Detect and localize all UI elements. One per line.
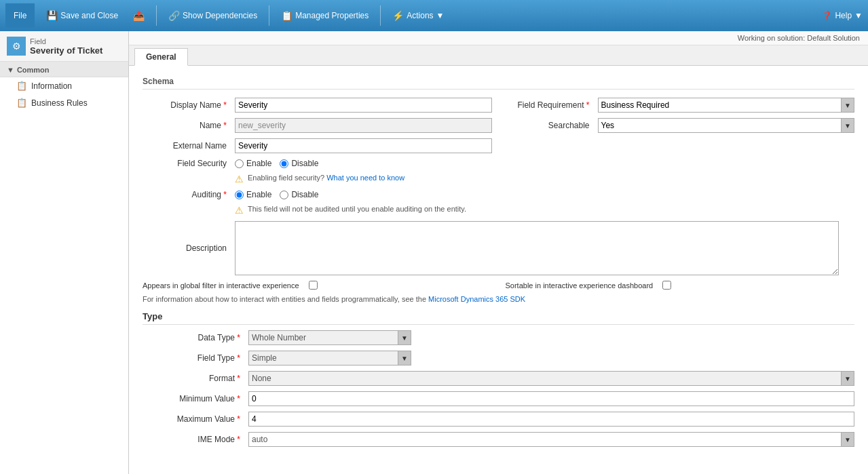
auditing-cell: Auditing * Enable Disable (143, 190, 854, 199)
field-security-enable-radio[interactable] (235, 159, 244, 168)
checkboxes-row: Appears in global filter in interactive … (143, 281, 854, 290)
field-req-required-star: * (586, 100, 590, 110)
managed-properties-button[interactable]: 📋 Managed Properties (275, 5, 375, 26)
field-security-warning-link[interactable]: What you need to know (326, 174, 404, 182)
auditing-radio-group: Enable Disable (235, 190, 854, 199)
minimum-value-input[interactable] (248, 391, 854, 406)
data-type-row: Data Type * Whole Number ▼ (143, 330, 854, 345)
toolbar-right: ❓ Help ▼ (822, 11, 863, 20)
display-name-row: Display Name * Field Requirement * Busin… (143, 98, 854, 113)
actions-button[interactable]: ⚡ Actions ▼ (386, 5, 450, 26)
external-name-cell: External Name (143, 138, 492, 153)
ime-mode-row: IME Mode * auto active inactive disabled… (143, 432, 854, 447)
display-name-input[interactable] (235, 98, 492, 113)
sidebar: ⚙ Field Severity of Ticket ▼ Common 📋 In… (0, 31, 129, 474)
business-rules-icon: 📋 (16, 98, 27, 108)
searchable-select[interactable]: Yes No (598, 118, 855, 133)
sidebar-item-business-rules[interactable]: 📋 Business Rules (0, 94, 128, 111)
sidebar-title: Severity of Ticket (30, 45, 102, 56)
appears-global-cell: Appears in global filter in interactive … (143, 281, 492, 290)
sdk-link[interactable]: Microsoft Dynamics 365 SDK (428, 295, 525, 303)
auditing-row: Auditing * Enable Disable (143, 190, 854, 199)
ime-mode-label: IME Mode * (143, 435, 244, 444)
show-dependencies-button[interactable]: 🔗 Show Dependencies (162, 5, 263, 26)
actions-icon: ⚡ (392, 10, 404, 21)
field-requirement-select-wrap: Business Required Business Recommended O… (598, 98, 855, 113)
publish-icon: 📤 (133, 10, 145, 21)
save-close-icon: 💾 (46, 10, 58, 21)
display-name-label: Display Name * (143, 100, 231, 110)
field-security-disable-option[interactable]: Disable (280, 159, 318, 168)
display-name-required-star: * (223, 100, 227, 110)
information-icon: 📋 (16, 81, 27, 91)
auditing-disable-radio[interactable] (280, 191, 288, 199)
auditing-label: Auditing * (143, 190, 231, 199)
field-security-warning-text: Enabling field security? What you need t… (248, 174, 404, 182)
data-type-label: Data Type * (143, 333, 244, 342)
format-select[interactable]: None (248, 371, 854, 386)
toolbar-separator-2 (269, 5, 269, 26)
help-button[interactable]: ❓ Help ▼ (822, 11, 863, 20)
toolbar-separator-1 (156, 5, 157, 26)
save-and-close-button[interactable]: 💾 Save and Close (40, 5, 124, 26)
field-security-row: Field Security Enable Disable (143, 159, 854, 168)
external-name-row: External Name (143, 138, 854, 153)
publish-button[interactable]: 📤 (127, 5, 151, 26)
field-security-warning-row: ⚠ Enabling field security? What you need… (235, 174, 854, 184)
toolbar: File 💾 Save and Close 📤 🔗 Show Dependenc… (0, 0, 868, 31)
field-security-label: Field Security (143, 159, 231, 168)
max-value-required-star: * (237, 414, 240, 424)
maximum-value-row: Maximum Value * (143, 412, 854, 427)
type-section-title: Type (143, 311, 854, 325)
sdk-info-row: For information about how to interact wi… (143, 295, 854, 303)
field-security-radio-group: Enable Disable (235, 159, 854, 168)
auditing-enable-radio[interactable] (235, 191, 244, 199)
file-button[interactable]: File (5, 3, 35, 28)
auditing-required-star: * (223, 190, 227, 199)
sortable-checkbox[interactable] (662, 281, 671, 290)
actions-chevron-icon: ▼ (436, 11, 445, 20)
field-security-cell: Field Security Enable Disable (143, 159, 854, 168)
description-cell: Description (143, 221, 854, 275)
ime-mode-select[interactable]: auto active inactive disabled (248, 432, 854, 447)
auditing-warning-row: ⚠ This field will not be audited until y… (235, 205, 854, 216)
external-name-input[interactable] (235, 138, 492, 153)
format-required-star: * (237, 374, 240, 383)
schema-section-title: Schema (143, 77, 854, 90)
appears-global-label: Appears in global filter in interactive … (143, 281, 303, 290)
field-requirement-cell: Field Requirement * Business Required Bu… (506, 98, 855, 113)
dependencies-icon: 🔗 (168, 10, 180, 21)
external-name-label: External Name (143, 141, 231, 151)
sortable-cell: Sortable in interactive experience dashb… (506, 281, 855, 290)
auditing-disable-option[interactable]: Disable (280, 190, 318, 199)
searchable-select-wrap: Yes No ▼ (598, 118, 855, 133)
form-area: Schema Display Name * Field Requirement … (129, 66, 868, 463)
auditing-enable-option[interactable]: Enable (235, 190, 271, 199)
name-required-star: * (223, 121, 227, 130)
searchable-cell: Searchable Yes No ▼ (506, 118, 855, 133)
field-security-enable-option[interactable]: Enable (235, 159, 271, 168)
tab-general[interactable]: General (134, 48, 188, 66)
sidebar-item-information[interactable]: 📋 Information (0, 77, 128, 94)
data-type-select[interactable]: Whole Number (248, 330, 411, 345)
sidebar-header: ⚙ Field Severity of Ticket (0, 31, 128, 62)
field-type-row: Field Type * Simple ▼ (143, 351, 854, 366)
sidebar-field-label: Field (30, 37, 102, 45)
main-content: Working on solution: Default Solution Ge… (129, 31, 868, 474)
maximum-value-input[interactable] (248, 412, 854, 427)
field-type-required-star: * (237, 353, 240, 363)
data-type-required-star: * (237, 333, 240, 342)
help-chevron-icon: ▼ (854, 11, 863, 20)
triangle-icon: ▼ (7, 66, 14, 74)
solution-bar: Working on solution: Default Solution (129, 31, 868, 45)
name-input[interactable] (235, 118, 492, 133)
description-label: Description (143, 243, 231, 253)
field-security-disable-radio[interactable] (280, 159, 288, 168)
description-textarea[interactable] (235, 221, 839, 275)
appears-global-checkbox[interactable] (309, 281, 318, 290)
field-requirement-label: Field Requirement * (506, 100, 594, 110)
sidebar-common-section[interactable]: ▼ Common (0, 62, 128, 77)
field-requirement-select[interactable]: Business Required Business Recommended O… (598, 98, 855, 113)
field-type-select[interactable]: Simple (248, 351, 411, 366)
warning-triangle-icon: ⚠ (235, 174, 244, 184)
